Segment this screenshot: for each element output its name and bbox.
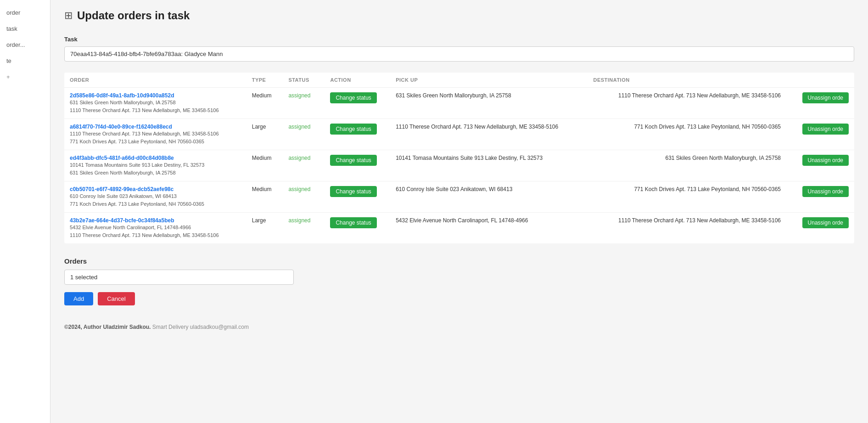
destination-text-2: 631 Skiles Green North Malloryburgh, IA … [666,155,781,161]
table-row: a6814f70-7f4d-40e0-89ce-f16240e88ecd 111… [64,119,854,150]
pickup-text-2: 10141 Tomasa Mountains Suite 913 Lake De… [396,155,543,161]
col-header-type: TYPE [246,73,283,88]
type-cell-4: Large [246,213,283,244]
sidebar: order task order... te + [0,0,50,423]
action-cell-4: Change status [325,213,390,244]
order-addr2-0: 1110 Therese Orchard Apt. 713 New Adella… [70,107,241,114]
order-cell-2: ed4f3abb-dfc5-481f-a66d-d00c84d08b8e 101… [64,150,246,181]
status-cell-4: assigned [283,213,325,244]
col-header-pickup: PICK UP [390,73,588,88]
order-addr2-4: 1110 Therese Orchard Apt. 713 New Adella… [70,231,241,239]
footer-tagline: Smart Delivery uladsadkou@gmail.com [152,324,249,330]
change-status-button-4[interactable]: Change status [330,217,376,228]
status-badge-1: assigned [288,124,310,130]
pickup-cell-2: 10141 Tomasa Mountains Suite 913 Lake De… [390,150,588,181]
change-status-button-3[interactable]: Change status [330,186,376,197]
status-cell-2: assigned [283,150,325,181]
action-cell-3: Change status [325,181,390,213]
table-row: ed4f3abb-dfc5-481f-a66d-d00c84d08b8e 101… [64,150,854,181]
cancel-button[interactable]: Cancel [98,292,134,305]
change-status-button-2[interactable]: Change status [330,155,376,166]
destination-text-4: 1110 Therese Orchard Apt. 713 New Adella… [618,217,781,224]
order-addr1-3: 610 Conroy Isle Suite 023 Anikatown, WI … [70,192,241,200]
change-status-button-1[interactable]: Change status [330,124,376,135]
action-cell-1: Change status [325,119,390,150]
sidebar-item-task[interactable]: task [0,21,50,37]
col-header-unassign [786,73,854,88]
order-addr1-0: 631 Skiles Green North Malloryburgh, IA … [70,99,241,107]
unassign-cell-2: Unassign orde [786,150,854,181]
order-cell-1: a6814f70-7f4d-40e0-89ce-f16240e88ecd 111… [64,119,246,150]
unassign-cell-4: Unassign orde [786,213,854,244]
plus-icon: + [6,73,10,80]
pickup-text-4: 5432 Elvie Avenue North Carolinaport, FL… [396,217,528,224]
col-header-action: ACTION [325,73,390,88]
sidebar-item-label: order [6,9,20,16]
action-buttons: Add Cancel [64,292,854,305]
pickup-cell-0: 631 Skiles Green North Malloryburgh, IA … [390,88,588,119]
type-cell-2: Medium [246,150,283,181]
table-row: 43b2e7ae-664e-4d37-bcfe-0c34f84a5beb 543… [64,213,854,244]
col-header-status: STATUS [283,73,325,88]
status-cell-1: assigned [283,119,325,150]
sidebar-item-te[interactable]: te [0,53,50,69]
unassign-button-1[interactable]: Unassign orde [802,124,849,135]
unassign-button-3[interactable]: Unassign orde [802,186,849,197]
sidebar-item-order[interactable]: order [0,5,50,21]
task-input[interactable] [64,46,854,62]
table-row: c0b50701-e6f7-4892-99ea-dcb52aefe98c 610… [64,181,854,213]
order-addr1-1: 1110 Therese Orchard Apt. 713 New Adella… [70,130,241,138]
col-header-destination: DESTINATION [588,73,786,88]
type-badge-0: Medium [252,92,272,99]
pickup-cell-4: 5432 Elvie Avenue North Carolinaport, FL… [390,213,588,244]
pickup-cell-3: 610 Conroy Isle Suite 023 Anikatown, WI … [390,181,588,213]
unassign-button-2[interactable]: Unassign orde [802,155,849,166]
type-badge-1: Large [252,124,266,130]
sidebar-item-order-ellipsis[interactable]: order... [0,37,50,53]
destination-cell-0: 1110 Therese Orchard Apt. 713 New Adella… [588,88,786,119]
destination-text-1: 771 Koch Drives Apt. 713 Lake Peytonland… [634,124,781,130]
pickup-text-1: 1110 Therese Orchard Apt. 713 New Adella… [396,124,558,130]
type-cell-3: Medium [246,181,283,213]
type-badge-3: Medium [252,186,272,192]
unassign-button-0[interactable]: Unassign orde [802,92,849,103]
unassign-cell-3: Unassign orde [786,181,854,213]
order-addr1-2: 10141 Tomasa Mountains Suite 913 Lake De… [70,161,241,169]
orders-table: ORDER TYPE STATUS ACTION PICK UP DESTINA… [64,73,854,243]
pickup-text-0: 631 Skiles Green North Malloryburgh, IA … [396,92,511,99]
orders-select-input[interactable] [64,270,294,285]
page-title: Update orders in task [77,9,190,22]
destination-cell-1: 771 Koch Drives Apt. 713 Lake Peytonland… [588,119,786,150]
order-id-0: 2d585e86-0d8f-49a1-8afb-10d9400a852d [70,92,241,99]
order-addr1-4: 5432 Elvie Avenue North Carolinaport, FL… [70,224,241,231]
type-badge-4: Large [252,217,266,224]
orders-section-label: Orders [64,257,854,265]
page-icon: ⊞ [64,10,73,22]
change-status-button-0[interactable]: Change status [330,92,376,103]
unassign-cell-0: Unassign orde [786,88,854,119]
unassign-button-4[interactable]: Unassign orde [802,217,849,228]
order-cell-3: c0b50701-e6f7-4892-99ea-dcb52aefe98c 610… [64,181,246,213]
order-id-1: a6814f70-7f4d-40e0-89ce-f16240e88ecd [70,124,241,130]
pickup-text-3: 610 Conroy Isle Suite 023 Anikatown, WI … [396,186,512,192]
order-cell-4: 43b2e7ae-664e-4d37-bcfe-0c34f84a5beb 543… [64,213,246,244]
destination-text-0: 1110 Therese Orchard Apt. 713 New Adella… [618,92,781,99]
add-button[interactable]: Add [64,292,93,305]
type-badge-2: Medium [252,155,272,161]
footer: ©2024, Author Uladzimir Sadkou. Smart De… [64,319,854,335]
table-row: 2d585e86-0d8f-49a1-8afb-10d9400a852d 631… [64,88,854,119]
status-badge-0: assigned [288,92,310,99]
order-addr2-3: 771 Koch Drives Apt. 713 Lake Peytonland… [70,200,241,208]
sidebar-item-label: task [6,25,17,32]
action-cell-0: Change status [325,88,390,119]
sidebar-item-label: te [6,57,11,64]
status-cell-0: assigned [283,88,325,119]
pickup-cell-1: 1110 Therese Orchard Apt. 713 New Adella… [390,119,588,150]
page-header: ⊞ Update orders in task [64,9,854,22]
unassign-cell-1: Unassign orde [786,119,854,150]
status-badge-4: assigned [288,217,310,224]
order-id-3: c0b50701-e6f7-4892-99ea-dcb52aefe98c [70,186,241,192]
sidebar-add-button[interactable]: + [0,69,50,85]
status-badge-3: assigned [288,186,310,192]
destination-cell-2: 631 Skiles Green North Malloryburgh, IA … [588,150,786,181]
